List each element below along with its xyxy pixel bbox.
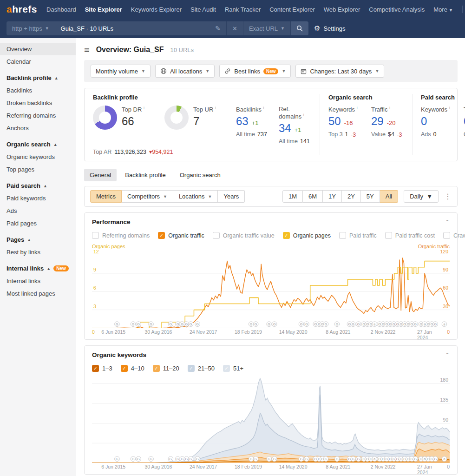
info-icon[interactable]: i <box>449 106 450 110</box>
search-button[interactable] <box>291 21 308 35</box>
tab-backlink-profile[interactable]: Backlink profile <box>119 169 171 181</box>
ahrefs-logo[interactable]: ahrefs <box>7 4 37 15</box>
nav-item-site-explorer[interactable]: Site Explorer <box>85 6 122 13</box>
google-update-marker[interactable]: G <box>136 456 141 462</box>
sidebar-item-ads[interactable]: Ads <box>0 205 76 217</box>
sidebar-item-overview[interactable]: Overview <box>0 43 76 55</box>
settings-button[interactable]: ⚙ Settings <box>314 24 345 33</box>
google-update-marker[interactable]: G <box>195 322 200 327</box>
info-icon[interactable]: i <box>144 106 144 110</box>
google-update-marker[interactable]: G <box>356 456 361 462</box>
google-update-marker[interactable]: G <box>433 456 438 462</box>
toolbar-button-competitors[interactable]: Competitors▼ <box>122 190 173 203</box>
performance-toggle-crawled-pages[interactable]: Crawled pages <box>443 232 465 239</box>
google-update-marker[interactable]: a <box>372 456 377 462</box>
sidebar-section-organic-search[interactable]: Organic search▲ <box>0 134 76 151</box>
sidebar-item-calendar[interactable]: Calendar <box>0 55 76 68</box>
protocol-dropdown[interactable]: http + https ▼ <box>7 21 55 35</box>
kebab-menu-icon[interactable]: ⋮ <box>444 192 452 201</box>
toolbar-button-years[interactable]: Years <box>218 190 245 203</box>
mode-dropdown[interactable]: Exact URL ▼ <box>243 21 291 35</box>
google-update-marker[interactable]: G <box>149 456 154 462</box>
paid-keywords-value[interactable]: 0 <box>421 115 427 128</box>
filter-all-locations[interactable]: All locations▼ <box>155 65 215 78</box>
range-button-1y[interactable]: 1Y <box>323 190 342 203</box>
nav-item-competitive-analysis[interactable]: Competitive Analysis <box>369 6 425 13</box>
sidebar-item-backlinks[interactable]: Backlinks <box>0 84 76 97</box>
google-update-marker[interactable]: G <box>131 456 136 462</box>
collapse-chevron-icon[interactable]: ⌃ <box>445 352 450 358</box>
granularity-dropdown[interactable]: Daily ▼ <box>404 190 439 203</box>
range-button-5y[interactable]: 5Y <box>361 190 380 203</box>
google-update-marker[interactable]: G <box>351 456 356 462</box>
performance-chart[interactable]: 30609012036912GGGGGGGGGGGGGGGGGGGGGGGGGG… <box>92 250 450 328</box>
google-update-marker[interactable]: G <box>433 322 438 327</box>
performance-toggle-organic-pages[interactable]: ✓Organic pages <box>283 232 331 239</box>
sidebar-item-top-pages[interactable]: Top pages <box>0 163 76 176</box>
info-icon[interactable]: i <box>357 106 358 110</box>
filter-best-links[interactable]: Best linksNew▼ <box>219 65 291 78</box>
nav-item-rank-tracker[interactable]: Rank Tracker <box>225 6 261 13</box>
keywords-toggle-1-3[interactable]: ✓1–3 <box>92 365 112 372</box>
google-update-marker[interactable]: G <box>334 322 340 327</box>
google-update-marker[interactable]: G <box>323 456 328 462</box>
ref-domains-value[interactable]: 34 <box>279 122 291 135</box>
sidebar-section-internal-links[interactable]: Internal links▲New <box>0 258 76 275</box>
nav-item-dashboard[interactable]: Dashboard <box>46 6 76 13</box>
keywords-toggle-11-20[interactable]: ✓11–20 <box>153 365 179 372</box>
google-update-marker[interactable]: G <box>249 322 254 327</box>
sidebar-item-best-by-links[interactable]: Best by links <box>0 246 76 258</box>
google-update-marker[interactable]: G <box>267 456 272 462</box>
google-update-marker[interactable]: G <box>272 322 277 327</box>
info-icon[interactable]: i <box>215 106 216 110</box>
google-update-marker[interactable]: G <box>253 456 258 462</box>
nav-item-content-explorer[interactable]: Content Explorer <box>269 6 315 13</box>
range-button-all[interactable]: All <box>380 190 398 203</box>
sidebar-item-referring-domains[interactable]: Referring domains <box>0 109 76 122</box>
google-update-marker[interactable]: G <box>249 456 254 462</box>
google-update-marker[interactable]: G <box>323 322 328 327</box>
google-update-marker[interactable]: G <box>267 322 272 327</box>
info-icon[interactable]: i <box>389 106 390 110</box>
google-update-marker[interactable]: G <box>253 322 258 327</box>
google-update-marker[interactable]: G <box>304 322 309 327</box>
sidebar-item-organic-keywords[interactable]: Organic keywords <box>0 151 76 163</box>
tab-general[interactable]: General <box>84 169 117 181</box>
filter-monthly-volume[interactable]: Monthly volume▼ <box>91 65 151 78</box>
target-input[interactable]: Guia_SF · 10 URLs ✎ <box>55 21 227 35</box>
keywords-toggle-4-10[interactable]: ✓4–10 <box>121 365 144 372</box>
nav-item-more[interactable]: More▼ <box>433 6 453 13</box>
google-update-marker[interactable]: G <box>115 456 120 462</box>
toolbar-button-metrics[interactable]: Metrics <box>90 190 122 203</box>
google-update-marker[interactable]: G <box>413 456 418 462</box>
google-update-marker[interactable]: G <box>136 322 141 327</box>
keywords-toggle-21-50[interactable]: ✓21–50 <box>188 365 215 372</box>
info-icon[interactable]: i <box>263 106 264 110</box>
google-update-marker[interactable]: G <box>188 456 193 462</box>
performance-toggle-paid-traffic-cost[interactable]: Paid traffic cost <box>385 232 435 239</box>
sidebar-section-pages[interactable]: Pages▲ <box>0 230 76 246</box>
backlinks-value[interactable]: 63 <box>236 115 249 128</box>
collapse-chevron-icon[interactable]: ⌃ <box>445 219 450 225</box>
hamburger-menu-icon[interactable]: ≡ <box>84 45 90 54</box>
performance-toggle-referring-domains[interactable]: Referring domains <box>92 232 150 239</box>
sidebar-item-anchors[interactable]: Anchors <box>0 122 76 134</box>
google-update-marker[interactable]: a <box>442 322 447 327</box>
organic-keywords-value[interactable]: 50 <box>328 115 341 128</box>
sidebar-section-backlink-profile[interactable]: Backlink profile▲ <box>0 68 76 84</box>
range-button-6m[interactable]: 6M <box>303 190 323 203</box>
nav-item-site-audit[interactable]: Site Audit <box>190 6 216 13</box>
google-update-marker[interactable]: G <box>413 322 418 327</box>
google-update-marker[interactable]: G <box>168 322 173 327</box>
google-update-marker[interactable]: G <box>131 322 136 327</box>
organic-traffic-value[interactable]: 29 <box>371 115 384 128</box>
google-update-marker[interactable]: G <box>115 322 120 327</box>
range-button-2y[interactable]: 2Y <box>342 190 361 203</box>
google-update-marker[interactable]: G <box>149 322 154 327</box>
google-update-marker[interactable]: G <box>356 322 361 327</box>
sidebar-item-paid-keywords[interactable]: Paid keywords <box>0 192 76 205</box>
google-update-marker[interactable]: G <box>168 456 173 462</box>
info-icon[interactable]: i <box>303 112 304 117</box>
organic-keywords-chart[interactable]: 4590135180GGGGGGGGGGGGGGGGGGGGGGGGGGGaGG… <box>92 377 450 463</box>
google-update-marker[interactable]: a <box>372 322 377 327</box>
